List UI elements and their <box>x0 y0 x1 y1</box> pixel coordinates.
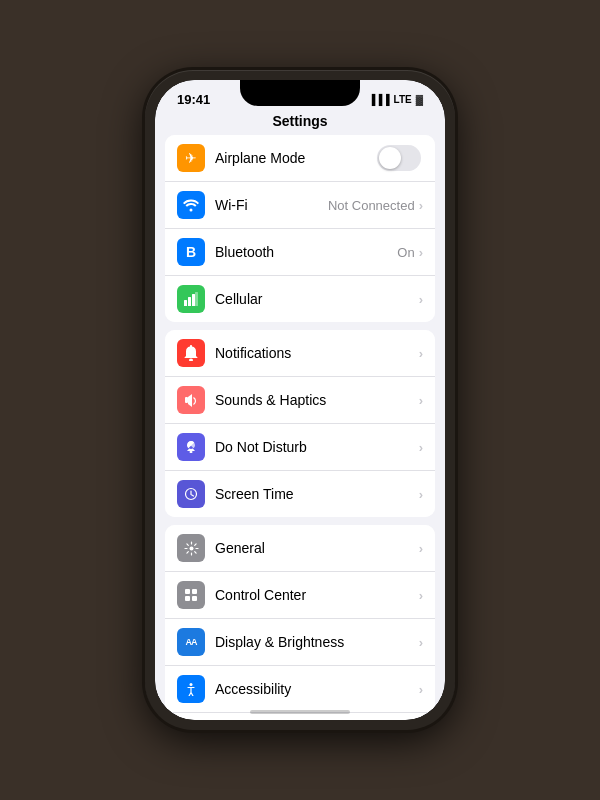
phone-frame: 19:41 ▐▐▐ LTE ▓ Settings ✈ Airplane Mode <box>145 70 455 730</box>
do-not-disturb-label: Do Not Disturb <box>215 439 419 455</box>
row-notifications[interactable]: Notifications › <box>165 330 435 377</box>
row-wallpaper[interactable]: Wallpaper › <box>165 713 435 720</box>
row-control-center[interactable]: Control Center › <box>165 572 435 619</box>
lte-label: LTE <box>394 94 412 105</box>
screen: 19:41 ▐▐▐ LTE ▓ Settings ✈ Airplane Mode <box>155 80 445 720</box>
section-notifications: Notifications › Sounds & <box>155 330 445 517</box>
row-general[interactable]: General › <box>165 525 435 572</box>
airplane-mode-toggle[interactable] <box>377 145 421 171</box>
display-brightness-chevron: › <box>419 635 423 650</box>
battery-icon: ▓ <box>416 94 423 105</box>
status-icons: ▐▐▐ LTE ▓ <box>368 94 423 105</box>
general-chevron: › <box>419 541 423 556</box>
section-group-notifications: Notifications › Sounds & <box>165 330 435 517</box>
airplane-mode-icon: ✈ <box>177 144 205 172</box>
svg-rect-12 <box>192 596 197 601</box>
home-indicator <box>250 710 350 714</box>
svg-point-13 <box>190 683 193 686</box>
svg-rect-9 <box>185 589 190 594</box>
cellular-chevron: › <box>419 292 423 307</box>
row-display-brightness[interactable]: AA Display & Brightness › <box>165 619 435 666</box>
control-center-icon <box>177 581 205 609</box>
wifi-icon <box>177 191 205 219</box>
control-center-chevron: › <box>419 588 423 603</box>
row-bluetooth[interactable]: B Bluetooth On › <box>165 229 435 276</box>
accessibility-chevron: › <box>419 682 423 697</box>
cellular-icon <box>177 285 205 313</box>
notifications-label: Notifications <box>215 345 419 361</box>
settings-scroll[interactable]: ✈ Airplane Mode <box>155 135 445 720</box>
general-icon <box>177 534 205 562</box>
sounds-haptics-chevron: › <box>419 393 423 408</box>
notifications-icon <box>177 339 205 367</box>
accessibility-icon <box>177 675 205 703</box>
row-accessibility[interactable]: Accessibility › <box>165 666 435 713</box>
toggle-knob <box>379 147 401 169</box>
svg-rect-5 <box>185 397 188 403</box>
wifi-value: Not Connected <box>328 198 415 213</box>
svg-rect-11 <box>185 596 190 601</box>
svg-rect-2 <box>192 294 195 306</box>
phone-inner: 19:41 ▐▐▐ LTE ▓ Settings ✈ Airplane Mode <box>155 80 445 720</box>
screen-time-chevron: › <box>419 487 423 502</box>
wifi-label: Wi-Fi <box>215 197 328 213</box>
signal-icon: ▐▐▐ <box>368 94 389 105</box>
do-not-disturb-chevron: › <box>419 440 423 455</box>
row-cellular[interactable]: Cellular › <box>165 276 435 322</box>
do-not-disturb-icon <box>177 433 205 461</box>
notifications-chevron: › <box>419 346 423 361</box>
row-airplane-mode[interactable]: ✈ Airplane Mode <box>165 135 435 182</box>
bluetooth-icon: B <box>177 238 205 266</box>
wifi-chevron: › <box>419 198 423 213</box>
bluetooth-value: On <box>397 245 414 260</box>
section-general: General › <box>155 525 445 720</box>
notch <box>240 80 360 106</box>
control-center-label: Control Center <box>215 587 419 603</box>
status-time: 19:41 <box>177 92 210 107</box>
svg-rect-1 <box>188 297 191 306</box>
cellular-label: Cellular <box>215 291 419 307</box>
row-screen-time[interactable]: Screen Time › <box>165 471 435 517</box>
svg-rect-10 <box>192 589 197 594</box>
display-brightness-icon: AA <box>177 628 205 656</box>
row-sounds-haptics[interactable]: Sounds & Haptics › <box>165 377 435 424</box>
bluetooth-label: Bluetooth <box>215 244 397 260</box>
accessibility-label: Accessibility <box>215 681 419 697</box>
svg-rect-3 <box>195 292 198 306</box>
screen-time-label: Screen Time <box>215 486 419 502</box>
airplane-mode-label: Airplane Mode <box>215 150 377 166</box>
section-group-general: General › <box>165 525 435 720</box>
svg-point-8 <box>189 546 193 550</box>
display-brightness-label: Display & Brightness <box>215 634 419 650</box>
row-wifi[interactable]: Wi-Fi Not Connected › <box>165 182 435 229</box>
screen-time-icon <box>177 480 205 508</box>
general-label: General <box>215 540 419 556</box>
bluetooth-chevron: › <box>419 245 423 260</box>
sounds-haptics-icon <box>177 386 205 414</box>
svg-rect-6 <box>190 451 193 453</box>
section-connectivity: ✈ Airplane Mode <box>155 135 445 322</box>
nav-title: Settings <box>155 111 445 135</box>
svg-point-4 <box>189 359 193 362</box>
sounds-haptics-label: Sounds & Haptics <box>215 392 419 408</box>
section-group-connectivity: ✈ Airplane Mode <box>165 135 435 322</box>
svg-rect-0 <box>184 300 187 306</box>
row-do-not-disturb[interactable]: Do Not Disturb › <box>165 424 435 471</box>
